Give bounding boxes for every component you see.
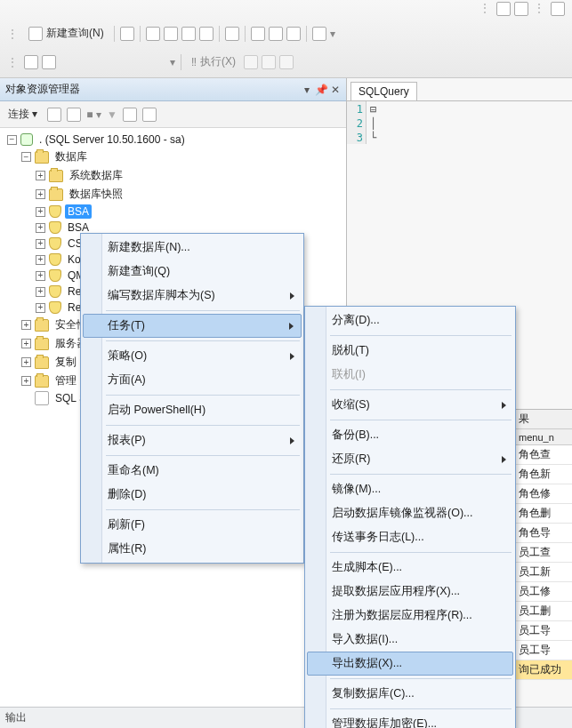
server-icon (20, 133, 33, 146)
result-cell[interactable]: 员工删 (515, 602, 572, 621)
toolbar-icon[interactable] (199, 27, 213, 41)
toolbar-grip: ⋮ (5, 56, 20, 68)
stop-icon[interactable] (262, 55, 276, 69)
save-icon[interactable] (269, 27, 283, 41)
toolbar-icon[interactable] (120, 27, 134, 41)
toolbar-icon[interactable] (164, 27, 178, 41)
separator (114, 26, 115, 42)
folder-icon (35, 151, 49, 164)
menu-shrink[interactable]: 收缩(S) (307, 393, 513, 417)
result-cell[interactable]: 员工查 (515, 543, 572, 563)
line-number: 2 (347, 116, 367, 130)
menu-mirror[interactable]: 镜像(M)... (307, 477, 513, 501)
database-icon (49, 221, 61, 234)
menu-ship-log[interactable]: 传送事务日志(L)... (307, 525, 513, 549)
line-number: 1 (347, 101, 367, 116)
folder-icon (35, 375, 49, 388)
menu-powershell[interactable]: 启动 PowerShell(H) (83, 398, 302, 422)
filter-icon[interactable] (123, 108, 137, 122)
menu-new-query[interactable]: 新建查询(Q) (83, 260, 302, 284)
menu-refresh[interactable]: 刷新(F) (83, 513, 302, 537)
database-icon (49, 269, 61, 282)
menu-facets[interactable]: 方面(A) (83, 368, 302, 392)
menu-new-database[interactable]: 新建数据库(N)... (83, 236, 302, 260)
databases-folder[interactable]: −数据库 (4, 148, 346, 166)
toolbar-icon[interactable] (42, 55, 56, 69)
folder-icon (35, 356, 49, 369)
toolbar-icon[interactable] (47, 108, 61, 122)
menu-register-app[interactable]: 注册为数据层应用程序(R)... (307, 604, 513, 628)
results-tab[interactable]: 果 (515, 410, 572, 429)
new-query-button[interactable]: 新建查询(N) (24, 23, 109, 44)
submenu-arrow-icon (290, 437, 294, 444)
toolbar-icon[interactable] (181, 27, 196, 41)
db-node[interactable]: +BSA (4, 204, 346, 220)
toolbar-icon[interactable] (312, 27, 326, 41)
menu-detach[interactable]: 分离(D)... (307, 308, 513, 332)
code-line[interactable]: └ (367, 130, 376, 144)
open-icon[interactable] (251, 27, 265, 41)
menu-export-data[interactable]: 导出数据(X)... (307, 652, 513, 676)
toolbar-icon[interactable] (225, 27, 239, 41)
menu-policies[interactable]: 策略(O) (83, 344, 302, 368)
menu-offline[interactable]: 脱机(T) (307, 339, 513, 363)
debug-icon[interactable] (244, 55, 258, 69)
parse-icon[interactable] (279, 55, 294, 69)
results-grid[interactable]: 果 menu_n 角色查 角色新 角色修 角色删 角色导 员工查 员工新 员工修… (514, 409, 572, 680)
column-header[interactable]: menu_n (515, 429, 572, 445)
toolbar-icon[interactable] (514, 2, 528, 16)
panel-menu-icon[interactable]: ▾ (302, 84, 312, 95)
connect-button[interactable]: 连接 ▾ (4, 104, 42, 124)
save-all-icon[interactable] (286, 27, 301, 41)
object-explorer-toolbar: 连接 ▾ ■ ▾ ▼ (0, 101, 346, 128)
menu-import-data[interactable]: 导入数据(I)... (307, 628, 513, 652)
menu-reports[interactable]: 报表(P) (83, 428, 302, 452)
menu-extract-app[interactable]: 提取数据层应用程序(X)... (307, 580, 513, 604)
menu-tasks[interactable]: 任务(T) (83, 314, 302, 338)
menu-backup[interactable]: 备份(B)... (307, 423, 513, 447)
result-cell[interactable]: 角色查 (515, 445, 572, 465)
execute-button[interactable]: ‼ 执行(X) (187, 52, 240, 72)
result-cell[interactable]: 员工导 (515, 621, 572, 641)
menu-properties[interactable]: 属性(R) (83, 537, 302, 561)
menu-copy-db[interactable]: 复制数据库(C)... (307, 682, 513, 706)
panel-close-icon[interactable]: ✕ (330, 84, 341, 95)
result-cell[interactable]: 员工导 (515, 641, 572, 660)
tasks-submenu[interactable]: 分离(D)... 脱机(T) 联机(I) 收缩(S) 备份(B)... 还原(R… (304, 306, 516, 728)
database-icon (49, 285, 61, 298)
query-tab[interactable]: SQLQuery (350, 82, 417, 100)
snapshot-folder[interactable]: +数据库快照 (4, 185, 346, 204)
toolbar-icon[interactable] (67, 108, 81, 122)
folder-icon (35, 319, 49, 332)
menu-restore[interactable]: 还原(R) (307, 447, 513, 471)
line-number: 3 (347, 130, 367, 144)
toolbar-icon[interactable] (496, 2, 511, 16)
menu-generate-scripts[interactable]: 生成脚本(E)... (307, 556, 513, 580)
server-node[interactable]: −. (SQL Server 10.50.1600 - sa) (4, 132, 346, 148)
menu-manage-encryption[interactable]: 管理数据库加密(E)... (307, 712, 513, 728)
menu-script-db[interactable]: 编写数据库脚本为(S) (83, 284, 302, 308)
menu-rename[interactable]: 重命名(M) (83, 459, 302, 483)
code-line[interactable]: ⊟ (367, 101, 376, 116)
result-cell[interactable]: 角色修 (515, 484, 572, 504)
result-cell[interactable]: 角色导 (515, 524, 572, 543)
code-line[interactable]: │ (367, 116, 376, 130)
toolbar-icon[interactable] (24, 55, 38, 69)
database-icon (49, 301, 61, 314)
result-cell[interactable]: 角色新 (515, 465, 572, 484)
result-cell[interactable]: 角色删 (515, 504, 572, 524)
database-icon (49, 205, 61, 218)
toolbar-icon[interactable] (551, 2, 565, 16)
result-cell[interactable]: 员工修 (515, 582, 572, 602)
menu-delete[interactable]: 删除(D) (83, 483, 302, 507)
database-context-menu[interactable]: 新建数据库(N)... 新建查询(Q) 编写数据库脚本为(S) 任务(T) 策略… (80, 233, 304, 564)
system-db-folder[interactable]: +系统数据库 (4, 166, 346, 185)
new-query-icon (28, 27, 43, 41)
menu-launch-mirror-monitor[interactable]: 启动数据库镜像监视器(O)... (307, 501, 513, 525)
panel-pin-icon[interactable]: 📌 (316, 84, 326, 95)
result-cell[interactable]: 员工新 (515, 563, 572, 582)
refresh-icon[interactable] (142, 108, 157, 122)
database-icon (49, 237, 61, 250)
submenu-arrow-icon (290, 292, 294, 300)
toolbar-icon[interactable] (146, 27, 160, 41)
